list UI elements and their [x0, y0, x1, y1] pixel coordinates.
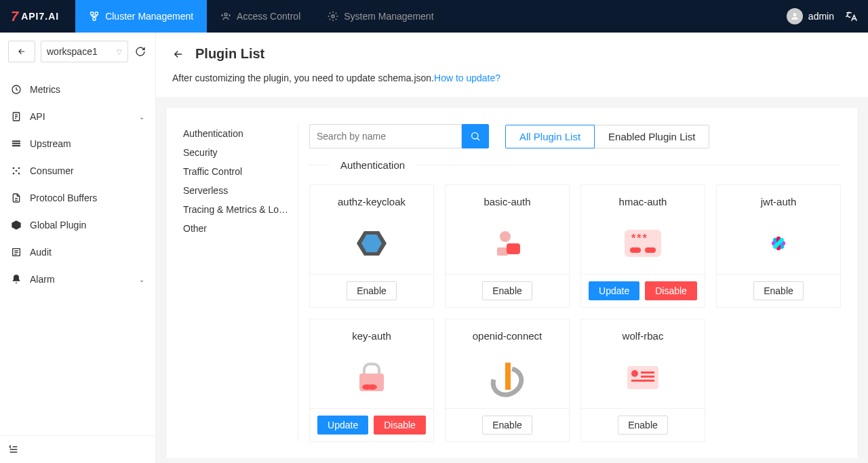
enable-button[interactable]: Enable	[618, 416, 668, 435]
sidebar-item-global-plugin[interactable]: Global Plugin	[0, 212, 155, 239]
workspace-value: workspace1	[47, 46, 98, 57]
logo[interactable]: 7 API7.AI	[11, 9, 59, 24]
svg-point-14	[18, 173, 20, 175]
chevron-down-icon: ▽	[117, 48, 122, 56]
refresh-button[interactable]	[134, 41, 147, 62]
menu-icon	[11, 247, 22, 258]
menu-icon	[11, 138, 22, 149]
enable-button[interactable]: Enable	[482, 416, 532, 435]
category-security[interactable]: Security	[183, 143, 292, 162]
tab-all-plugins[interactable]: All Plugin List	[505, 125, 595, 148]
plugin-icon-keycloak	[310, 213, 433, 274]
sidebar-back-button[interactable]	[8, 41, 35, 62]
nav-tab-cluster-management[interactable]: Cluster Management	[75, 0, 207, 33]
plugin-icon-jwt	[717, 213, 840, 274]
nav-tab-access-control[interactable]: Access Control	[207, 0, 314, 33]
svg-rect-10	[12, 145, 20, 146]
plugin-card-key-auth: key-authUpdateDisable	[309, 319, 434, 442]
workspace-select[interactable]: workspace1 ▽	[41, 41, 128, 62]
menu-icon	[11, 193, 22, 203]
nav-icon	[89, 11, 100, 22]
plugin-icon-hmac	[581, 213, 705, 274]
sidebar-item-metrics[interactable]: Metrics	[0, 76, 155, 103]
user-menu[interactable]: admin	[787, 8, 834, 24]
plugin-card-hmac-auth: hmac-authUpdateDisable	[580, 184, 705, 308]
update-button[interactable]: Update	[589, 281, 639, 300]
menu-icon	[11, 274, 22, 285]
language-icon[interactable]	[845, 10, 857, 22]
sidebar-item-alarm[interactable]: Alarm⌄	[0, 266, 155, 293]
disable-button[interactable]: Disable	[645, 281, 697, 300]
how-to-update-link[interactable]: How to update?	[434, 73, 500, 83]
category-authentication[interactable]: Authentication	[183, 124, 292, 143]
svg-rect-1	[95, 12, 98, 15]
plugin-name: jwt-auth	[717, 185, 840, 213]
plugin-name: hmac-auth	[581, 185, 705, 213]
enable-button[interactable]: Enable	[347, 281, 397, 300]
category-traffic[interactable]: Traffic Control	[183, 162, 292, 181]
plugin-categories: AuthenticationSecurityTraffic ControlSer…	[183, 124, 298, 442]
plugin-name: authz-keycloak	[310, 185, 433, 213]
plugin-name: basic-auth	[446, 185, 569, 213]
logo-icon: 7	[11, 9, 18, 24]
chevron-down-icon: ⌄	[139, 113, 144, 121]
plugin-icon-wolf	[581, 347, 705, 408]
page-title: Plugin List	[195, 46, 264, 62]
nav-icon	[328, 11, 338, 22]
search-input[interactable]	[309, 124, 462, 148]
nav-icon	[220, 11, 231, 22]
svg-rect-8	[12, 140, 20, 142]
plugin-name: openid-connect	[446, 319, 569, 347]
plugin-card-authz-keycloak: authz-keycloakEnable	[309, 184, 434, 308]
category-tracing[interactable]: Tracing & Metrics & Loggi...	[183, 200, 292, 219]
plugin-name: wolf-rbac	[581, 319, 705, 347]
page-description: After customizing the plugin, you need t…	[172, 73, 852, 83]
chevron-down-icon: ⌄	[139, 276, 144, 283]
avatar-icon	[787, 8, 803, 24]
logo-text: API7.AI	[21, 11, 59, 22]
svg-rect-9	[12, 143, 20, 144]
enable-button[interactable]: Enable	[482, 281, 532, 300]
plugin-card-basic-auth: basic-authEnable	[445, 184, 570, 308]
enable-button[interactable]: Enable	[753, 281, 804, 300]
section-title: Authentication	[340, 159, 405, 171]
tab-enabled-plugins[interactable]: Enabled Plugin List	[595, 125, 709, 148]
sidebar-item-api[interactable]: API⌄	[0, 103, 155, 130]
category-other[interactable]: Other	[183, 219, 292, 238]
plugin-card-jwt-auth: jwt-authEnable	[716, 184, 841, 308]
plugin-name: key-auth	[310, 319, 433, 347]
svg-point-11	[13, 167, 15, 169]
category-serverless[interactable]: Serverless	[183, 181, 292, 200]
plugin-icon-basic	[446, 213, 569, 274]
svg-point-13	[13, 173, 15, 175]
plugin-card-openid-connect: openid-connectEnable	[445, 319, 570, 442]
menu-icon	[11, 220, 22, 230]
top-header: 7 API7.AI Cluster ManagementAccess Contr…	[0, 0, 868, 33]
update-button[interactable]: Update	[317, 416, 368, 435]
nav-tab-system-management[interactable]: System Management	[314, 0, 447, 33]
menu-icon	[11, 111, 22, 122]
disable-button[interactable]: Disable	[374, 416, 426, 435]
svg-point-4	[332, 15, 334, 18]
search-button[interactable]	[462, 124, 489, 148]
plugin-card-wolf-rbac: wolf-rbacEnable	[580, 319, 705, 442]
page-back-button[interactable]	[172, 48, 184, 60]
collapse-sidebar-button[interactable]	[8, 444, 147, 455]
plugin-icon-key	[310, 347, 433, 408]
sidebar-item-upstream[interactable]: Upstream	[0, 130, 155, 157]
username: admin	[808, 11, 834, 22]
sidebar-item-audit[interactable]: Audit	[0, 239, 155, 266]
sidebar-item-protocol-buffers[interactable]: Protocol Buffers	[0, 184, 155, 212]
sidebar: workspace1 ▽ MetricsAPI⌄UpstreamConsumer…	[0, 33, 156, 463]
svg-point-3	[224, 13, 227, 16]
svg-point-5	[793, 13, 797, 16]
menu-icon	[11, 84, 22, 95]
plugin-icon-openid	[446, 347, 569, 408]
svg-rect-0	[91, 12, 94, 15]
main-content: Plugin List After customizing the plugin…	[156, 33, 868, 463]
menu-icon	[11, 165, 22, 176]
svg-point-17	[472, 133, 478, 139]
svg-point-15	[16, 170, 18, 172]
svg-point-12	[18, 167, 20, 169]
sidebar-item-consumer[interactable]: Consumer	[0, 157, 155, 184]
